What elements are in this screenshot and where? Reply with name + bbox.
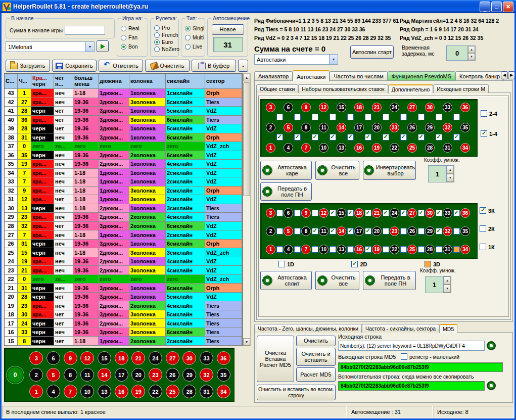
scroll-up-icon[interactable]: ▲ (243, 74, 250, 81)
column-header[interactable]: Ч... (18, 74, 31, 89)
board-number-17[interactable]: 17 (115, 368, 128, 382)
table-row[interactable]: 277кра...неч1-181дюжи...1колонка2сиклайн… (5, 230, 242, 240)
grid-number-32[interactable]: 32 (443, 226, 452, 236)
grid-number-1[interactable]: 1 (266, 143, 275, 153)
grid-number-11[interactable]: 11 (319, 123, 329, 132)
board-number-14[interactable]: 14 (98, 368, 111, 382)
board-number-16[interactable]: 16 (115, 385, 128, 398)
table-row[interactable]: 3519кра...неч19-362дюжи...1колонка4сикла… (5, 160, 242, 169)
grid-number-18[interactable]: 18 (354, 103, 364, 112)
board-number-20[interactable]: 20 (131, 368, 145, 382)
checkbox-2D[interactable]: 2D (351, 261, 367, 267)
bet-checkbox[interactable] (294, 246, 301, 253)
table-row[interactable]: 3013черннеч1-182дюжи...1колонка3сиклайнT… (5, 204, 242, 213)
column-header[interactable]: большменш (73, 74, 99, 89)
bet-checkbox[interactable] (276, 228, 283, 235)
tab-MD5[interactable]: MD5 (439, 324, 457, 333)
bet-checkbox[interactable] (453, 114, 460, 120)
grid-number-21[interactable]: 21 (372, 208, 382, 218)
board-number-6[interactable]: 6 (46, 351, 60, 365)
spin-up-icon[interactable]: ▲ (444, 276, 451, 285)
grid-number-5[interactable]: 5 (284, 226, 293, 236)
grid-number-16[interactable]: 16 (354, 143, 364, 153)
grid-number-34[interactable]: 34 (460, 245, 470, 254)
grid-number-1[interactable]: 1 (266, 245, 275, 254)
grid-number-7[interactable]: 7 (301, 143, 311, 153)
checkbox-3К[interactable]: 3К (480, 207, 495, 214)
board-number-8[interactable]: 8 (64, 368, 77, 382)
minus-button[interactable]: - (238, 60, 248, 72)
radio-Multi[interactable]: Multi (185, 34, 203, 40)
bet-checkbox[interactable] (330, 228, 336, 235)
grid-number-20[interactable]: 20 (372, 226, 382, 236)
bet-checkbox[interactable] (347, 134, 354, 141)
bet-checkbox[interactable] (294, 134, 301, 141)
grid-number-29[interactable]: 29 (425, 123, 435, 132)
grid-number-28[interactable]: 28 (425, 245, 435, 254)
tab-scroll-right-icon[interactable]: ▶ (508, 71, 515, 79)
board-number-35[interactable]: 35 (217, 368, 230, 382)
bet-checkbox[interactable] (418, 210, 425, 216)
grid-number-26[interactable]: 26 (407, 226, 417, 236)
tab-Частота - Zero, шансы, дюжины, колонки[interactable]: Частота - Zero, шансы, дюжины, колонки (254, 324, 362, 333)
board-number-36[interactable]: 36 (217, 351, 230, 365)
bet-checkbox[interactable] (383, 228, 389, 235)
table-row[interactable]: 431кра...неч1-181дюжи...1колонка1сиклайн… (5, 89, 242, 98)
grid-number-27[interactable]: 27 (407, 208, 417, 218)
bet-checkbox[interactable] (418, 134, 425, 141)
start-sum-input[interactable] (65, 26, 105, 35)
split-transfer-button[interactable]: Передать в поле ПН (363, 271, 416, 290)
tab-Общие ставки[interactable]: Общие ставки (256, 84, 298, 93)
checkbox-1-4[interactable]: 1-4 (481, 130, 497, 137)
bet-checkbox[interactable] (330, 246, 336, 253)
grid-number-9[interactable]: 9 (301, 103, 311, 112)
md5-clear-button[interactable]: Очистить (296, 336, 336, 346)
table-row[interactable]: 4128чернчет19-363дюжи...1колонка5сиклайн… (5, 107, 242, 116)
kare-coef-spinner[interactable]: 1 ▲ ▼ (428, 165, 454, 182)
spin-down-icon[interactable]: ▼ (447, 174, 454, 182)
grid-number-24[interactable]: 24 (390, 208, 399, 218)
table-row[interactable]: 220zeroze...zerozerozerozeroVdZ_zch (5, 275, 242, 284)
board-number-2[interactable]: 2 (29, 368, 43, 382)
grid-number-27[interactable]: 27 (407, 103, 417, 112)
bet-checkbox[interactable] (312, 210, 318, 216)
grid-number-30[interactable]: 30 (425, 103, 435, 112)
grid-number-35[interactable]: 35 (460, 226, 470, 236)
grid-number-33[interactable]: 33 (443, 103, 452, 112)
bet-checkbox[interactable] (312, 114, 318, 120)
grid-number-9[interactable]: 9 (301, 208, 311, 218)
tab-Дополнительно[interactable]: Дополнительно (388, 84, 434, 94)
radio-NoZero[interactable]: NoZero (154, 46, 176, 52)
grid-number-23[interactable]: 23 (390, 123, 399, 132)
bet-checkbox[interactable] (453, 246, 460, 253)
bet-checkbox[interactable] (330, 210, 336, 216)
table-row[interactable]: 1633черннеч19-363дюжи...3колонка6сиклайн… (5, 328, 242, 337)
table-row[interactable]: 370zeroze...zerozerozerozeroVdZ_zch (5, 142, 242, 151)
chevron-down-icon[interactable]: ▼ (329, 55, 338, 64)
column-header[interactable]: сектор (205, 74, 242, 89)
md5-source-input[interactable] (338, 341, 485, 351)
grid-number-18[interactable]: 18 (354, 208, 364, 218)
table-row[interactable]: 2028чернчет19-363дюжи...1колонка5сиклайн… (5, 293, 242, 302)
md5-big-button[interactable]: Очистка Вставка Расчет MD5 (257, 336, 294, 382)
to-buffer-button[interactable]: В буфер (192, 60, 236, 72)
bet-checkbox[interactable] (436, 114, 442, 120)
bet-checkbox[interactable] (294, 114, 301, 120)
board-number-13[interactable]: 13 (98, 385, 111, 398)
autobets-combobox[interactable]: Автоставки ▼ (254, 54, 338, 65)
grid-number-3[interactable]: 3 (266, 103, 275, 112)
bet-checkbox[interactable] (418, 246, 425, 253)
close-button[interactable]: ✕ (503, 2, 513, 12)
table-row[interactable]: 2923кра...неч19-362дюжи...2колонка4сикла… (5, 213, 242, 222)
radio-Fan[interactable]: Fan (121, 34, 146, 40)
tab-Исходные строки М[interactable]: Исходные строки М (433, 84, 489, 93)
table-row[interactable]: 3928чернчет19-363дюжи...1колонка5сиклайн… (5, 124, 242, 133)
board-number-32[interactable]: 32 (200, 368, 213, 382)
grid-number-20[interactable]: 20 (372, 123, 382, 132)
bet-checkbox[interactable] (365, 228, 371, 235)
table-row[interactable]: 337кра...неч1-181дюжи...1колонка2сиклайн… (5, 177, 242, 186)
bet-checkbox[interactable] (312, 228, 318, 235)
grid-number-23[interactable]: 23 (390, 226, 399, 236)
grid-number-16[interactable]: 16 (354, 245, 364, 254)
board-number-26[interactable]: 26 (166, 368, 179, 382)
